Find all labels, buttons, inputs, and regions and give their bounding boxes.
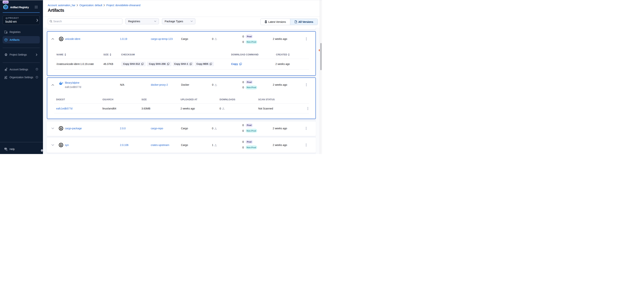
svg-text:?: ?: [5, 148, 6, 149]
svg-text:R: R: [60, 37, 62, 40]
svg-text:R: R: [60, 143, 62, 147]
svg-text:R: R: [60, 127, 62, 130]
